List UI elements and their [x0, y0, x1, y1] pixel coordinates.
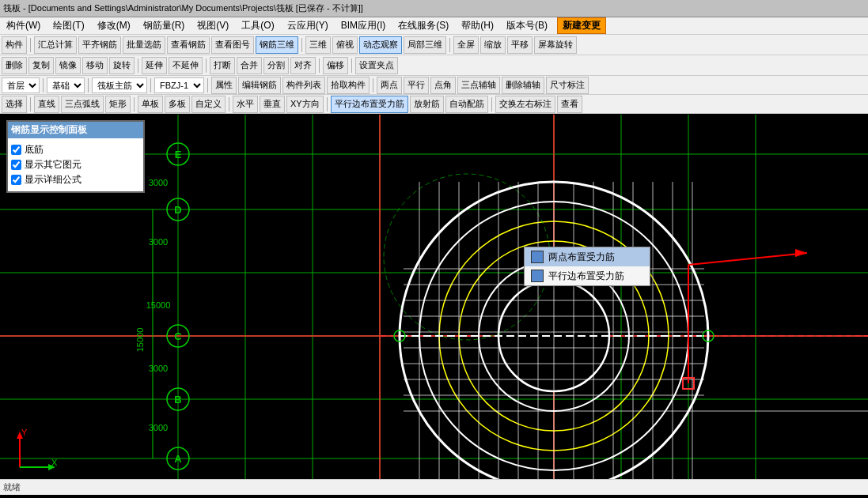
sep-d2	[134, 97, 135, 111]
btn-jubu3d[interactable]: 局部三维	[404, 36, 446, 54]
btn-dianjiao[interactable]: 点角	[430, 77, 456, 94]
btn-shanchu[interactable]: 删除	[2, 57, 27, 74]
btn-fufu[interactable]: 复制	[28, 57, 54, 74]
btn-piliang[interactable]: 批量选筋	[123, 36, 165, 54]
btn-bianji-gangjin[interactable]: 编辑钢筋	[238, 77, 281, 94]
btn-huizong[interactable]: 汇总计算	[34, 36, 77, 54]
dropdown-item-liangdian[interactable]: 两点布置受力筋	[525, 247, 650, 266]
btn-chakan[interactable]: 查看钢筋	[167, 36, 210, 54]
btn-hebing[interactable]: 合并	[237, 57, 262, 74]
btn-duoban[interactable]: 多板	[165, 96, 190, 113]
btn-jingxiang[interactable]: 镜像	[55, 57, 81, 74]
btn-buyanshen[interactable]: 不延伸	[169, 57, 203, 74]
btn-shezhijiadian[interactable]: 设置夹点	[355, 57, 398, 74]
dropdown-label-liangdian: 两点布置受力筋	[548, 251, 615, 264]
sep-d1	[30, 97, 31, 111]
btn-pianyi[interactable]: 偏移	[323, 57, 348, 74]
btn-yanshen[interactable]: 延伸	[142, 57, 167, 74]
sep2	[301, 38, 302, 52]
btn-shiqugojian[interactable]: 拾取构件	[327, 77, 370, 94]
menu-item-shitu[interactable]: 视图(V)	[194, 19, 232, 32]
btn-gojian[interactable]: 构件	[2, 36, 27, 54]
menu-item-xiugai[interactable]: 修改(M)	[94, 19, 134, 32]
btn-pingyi[interactable]: 平移	[507, 36, 533, 54]
btn-daduan[interactable]: 打断	[210, 57, 235, 74]
sep1	[30, 38, 31, 52]
sep-d3	[229, 97, 229, 111]
menu-item-bangzhu[interactable]: 帮助(H)	[458, 19, 497, 32]
menu-item-yunyingyong[interactable]: 云应用(Y)	[284, 19, 332, 32]
layer-select[interactable]: 首层	[2, 77, 40, 93]
svg-text:3000: 3000	[149, 364, 168, 373]
btn-zhixian[interactable]: 直线	[34, 96, 59, 113]
label-xianshi-qtuy: 显示其它图元	[25, 158, 81, 172]
btn-chakan2[interactable]: 查看	[557, 96, 582, 113]
btn-suofang[interactable]: 缩放	[480, 36, 506, 54]
sep-l2	[88, 78, 89, 92]
btn-sandianfuzhu[interactable]: 三点辅轴	[457, 77, 500, 94]
btn-liangdian[interactable]: 两点	[377, 77, 402, 94]
btn-pingxing-bianzhi[interactable]: 平行边布置受力筋	[331, 96, 408, 113]
btn-shuxing[interactable]: 属性	[211, 77, 237, 94]
svg-text:X: X	[51, 458, 58, 467]
btn-fashe-jin[interactable]: 放射筋	[410, 96, 444, 113]
btn-dongtai[interactable]: 动态观察	[359, 36, 402, 54]
btn-fushi[interactable]: 俯视	[332, 36, 358, 54]
btn-gojian-list[interactable]: 构件列表	[282, 77, 325, 94]
menu-item-zaixian[interactable]: 在线服务(S)	[395, 19, 452, 32]
btn-xuanzhuan[interactable]: 旋转	[109, 57, 135, 74]
btn-chicunbiaozhu[interactable]: 尺寸标注	[546, 77, 589, 94]
canvas-area[interactable]: 3000 3000 15000 3000 3000 E D C B A	[0, 114, 868, 495]
btn-zidingyi[interactable]: 自定义	[191, 96, 226, 113]
btn-xuanze[interactable]: 选择	[2, 96, 27, 113]
checkbox-xianshi-gongshi[interactable]	[11, 175, 21, 185]
btn-pingmuxuanzhuan[interactable]: 屏幕旋转	[534, 36, 577, 54]
menubar: 构件(W) 绘图(T) 修改(M) 钢筋量(R) 视图(V) 工具(O) 云应用…	[0, 17, 868, 35]
btn-3d[interactable]: 三维	[305, 36, 331, 54]
checkbox-xianshi-qtuy[interactable]	[11, 160, 21, 170]
btn-danban[interactable]: 单板	[138, 96, 163, 113]
btn-chuizhi[interactable]: 垂直	[260, 96, 285, 113]
svg-text:C: C	[174, 330, 182, 342]
toolbar-row-1: 构件 汇总计算 平齐钢筋 批量选筋 查看钢筋 查看图号 钢筋三维 三维 俯视 动…	[0, 35, 868, 55]
sep-l5	[373, 78, 373, 92]
btn-sandian-arc[interactable]: 三点弧线	[61, 96, 104, 113]
menu-item-banben[interactable]: 版本号(B)	[503, 19, 551, 32]
btn-chakantuhao[interactable]: 查看图号	[211, 36, 254, 54]
svg-text:Y: Y	[21, 428, 28, 437]
btn-shanchufuzhu[interactable]: 删除辅轴	[502, 77, 544, 94]
main-area: 3000 3000 15000 3000 3000 E D C B A	[0, 114, 868, 495]
type-select[interactable]: 基础	[47, 77, 85, 93]
id-select[interactable]: FBZJ-1	[154, 77, 204, 93]
btn-pingqi[interactable]: 平齐钢筋	[78, 36, 121, 54]
sep-l1	[43, 78, 44, 92]
sep-l3	[150, 78, 151, 92]
label-xianshi-gongshi: 显示详细公式	[25, 173, 81, 187]
menu-item-bim[interactable]: BIM应用(I)	[338, 19, 389, 32]
panel-checkbox-xianshi-qtuy: 显示其它图元	[11, 158, 140, 172]
checkbox-dijin[interactable]	[11, 145, 21, 155]
sep-l4	[207, 78, 208, 92]
svg-text:3000: 3000	[149, 178, 168, 187]
svg-text:15000: 15000	[146, 300, 171, 310]
dropdown-item-pingxing[interactable]: 平行边布置受力筋	[525, 266, 650, 285]
btn-quanping[interactable]: 全屏	[453, 36, 479, 54]
btn-gangjin3d[interactable]: 钢筋三维	[256, 36, 298, 54]
menu-item-huitu[interactable]: 绘图(T)	[50, 19, 87, 32]
menu-item-gojian[interactable]: 构件(W)	[3, 19, 44, 32]
new-change-btn[interactable]: 新建变更	[557, 17, 606, 34]
btn-fenge[interactable]: 分割	[263, 57, 289, 74]
btn-yidong[interactable]: 移动	[82, 57, 108, 74]
sep-edit2	[206, 58, 207, 73]
btn-jiaohuan[interactable]: 交换左右标注	[495, 96, 555, 113]
btn-shuiping[interactable]: 水平	[233, 96, 258, 113]
btn-xy-fangxiang[interactable]: XY方向	[286, 96, 324, 113]
btn-zidong-pei[interactable]: 自动配筋	[445, 96, 488, 113]
svg-text:15000: 15000	[135, 328, 145, 353]
btn-pingxing[interactable]: 平行	[404, 77, 429, 94]
menu-item-gongju[interactable]: 工具(O)	[238, 19, 277, 32]
menu-item-gangjinliang[interactable]: 钢筋量(R)	[140, 19, 188, 32]
btn-juxing[interactable]: 矩形	[105, 96, 131, 113]
comp-select[interactable]: 筏板主筋	[92, 77, 147, 93]
btn-duiqi[interactable]: 对齐	[290, 57, 316, 74]
